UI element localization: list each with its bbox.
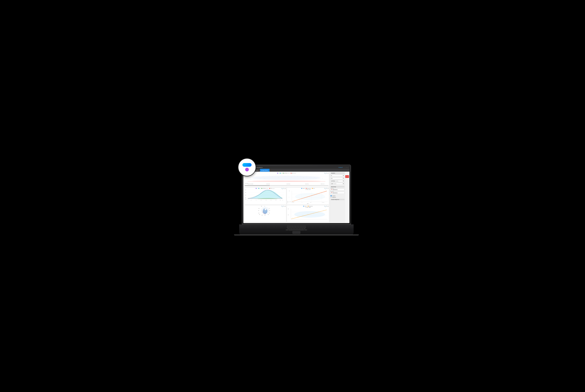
scatter-top-icons: 🔍 🔍 ⬇: [324, 188, 328, 189]
scatter-bottom-zoom-in[interactable]: 🔍: [324, 206, 326, 207]
svg-point-15: [288, 176, 288, 176]
scatter-legend-unity: Unity: [312, 188, 315, 189]
svg-text:7.5: 7.5: [256, 200, 257, 200]
svg-point-14: [282, 176, 282, 176]
variable-h-select[interactable]: H: [331, 175, 344, 176]
spacebar: [289, 230, 304, 230]
diurnal-download[interactable]: ⬇: [285, 188, 286, 189]
diurnal-zoom-in[interactable]: 🔍: [281, 188, 283, 189]
svg-point-130: [308, 214, 308, 214]
scatter-zoom-in[interactable]: 🔍: [324, 188, 326, 189]
key: [298, 226, 299, 226]
timeseries-chart-box: 🔍 🔍 ⬇ H LE: [244, 172, 329, 187]
daytime-checkbox[interactable]: [331, 195, 332, 196]
svg-text:4.5: 4.5: [251, 200, 252, 200]
touchpad[interactable]: [293, 231, 300, 234]
polar-download[interactable]: ⬇: [285, 206, 286, 207]
diurnal-legend-netrad: NETRAD_1_1_1: [261, 188, 268, 189]
scatter-bottom-download[interactable]: ⬇: [328, 206, 328, 207]
svg-text:100: 100: [245, 198, 246, 198]
svg-point-20: [322, 178, 322, 178]
polar-chart-icons: 🔍 🔍 ⬇: [281, 206, 286, 207]
key: [300, 227, 301, 228]
svg-text:90: 90: [269, 213, 270, 214]
svg-text:30: 30: [269, 208, 269, 209]
variable-shf-select[interactable]: SHF_1_1_1: [331, 183, 344, 185]
svg-text:300: 300: [245, 195, 246, 196]
sidebar-wrapper: Variables H LE NETRAD_1_1_1: [330, 172, 349, 223]
tab-bar: Data Visualization Toolbox Energy Balanc…: [243, 169, 349, 172]
diurnal-zoom-out[interactable]: 🔍: [283, 188, 284, 189]
svg-point-27: [322, 178, 322, 179]
title-bar: ··· Initial Screening · Energy Balance F…: [243, 166, 349, 169]
polar-zoom-in[interactable]: 🔍: [281, 206, 283, 207]
svg-text:584: 584: [288, 208, 289, 209]
scatter-top-chart-box: 🔍 🔍 ⬇ Scatter: [287, 187, 329, 205]
svg-text:400: 400: [288, 214, 289, 215]
timeseries-scrollbar[interactable]: [245, 185, 328, 186]
keyboard-row-2: [287, 227, 306, 228]
laptop-base: [234, 234, 359, 236]
svg-text:-100: -100: [245, 199, 246, 200]
svg-point-118: [262, 212, 263, 212]
download-icon[interactable]: ⬇: [328, 173, 328, 174]
laptop: ··· Initial Screening · Energy Balance F…: [242, 164, 351, 235]
diurnal-chart-icons: 🔍 🔍 ⬇: [281, 188, 286, 189]
start-date-value: 2013-01-01: [333, 189, 337, 190]
svg-point-84: [324, 192, 324, 192]
svg-point-36: [252, 180, 321, 182]
variable-le-select[interactable]: LE: [331, 178, 344, 179]
svg-text:240: 240: [258, 213, 259, 214]
key: [300, 226, 301, 226]
nighttime-checkbox[interactable]: [331, 197, 332, 198]
svg-text:24: 24: [282, 200, 283, 200]
scatter-bottom-legend: Scatter Regression: [287, 206, 328, 206]
key: [297, 226, 298, 226]
variable-netrad-select[interactable]: NETRAD_1_1_1: [331, 180, 344, 182]
key: [293, 226, 295, 226]
zoom-in-icon[interactable]: 🔍: [324, 173, 326, 174]
zoom-out-icon[interactable]: 🔍: [326, 173, 327, 174]
svg-point-83: [322, 193, 322, 193]
key: [293, 227, 295, 228]
maximize-button[interactable]: □: [346, 167, 347, 168]
svg-text:2013-03-06: 2013-03-06: [266, 184, 270, 184]
scatter-legend-scatter: Scatter: [301, 188, 305, 189]
key: [287, 228, 289, 229]
end-date-input[interactable]: 📅 2014-01-01: [331, 192, 344, 194]
screen: ··· Initial Screening · Energy Balance F…: [243, 166, 349, 223]
key: [294, 228, 295, 229]
svg-point-128: [298, 216, 298, 216]
svg-point-119: [264, 214, 264, 214]
scatter-download[interactable]: ⬇: [328, 188, 328, 189]
key: [296, 228, 297, 229]
scatter-bottom-zoom-out[interactable]: 🔍: [326, 206, 327, 207]
scatter-bottom-icons: 🔍 🔍 ⬇: [324, 206, 328, 207]
cancel-button[interactable]: Cancel: [345, 175, 349, 178]
diurnal-legend-le: LE: [258, 188, 260, 189]
end-date-value: 2014-01-01: [333, 192, 337, 193]
svg-text:150: 150: [265, 215, 266, 216]
timeseries-scrollbar-thumb[interactable]: [245, 185, 270, 186]
svg-point-129: [303, 215, 303, 215]
polar-zoom-out[interactable]: 🔍: [283, 206, 284, 207]
scatter-zoom-out[interactable]: 🔍: [326, 188, 327, 189]
svg-text:2013-09-12: 2013-09-12: [305, 184, 309, 184]
key: [287, 226, 288, 226]
svg-text:2013-01-01 00:00: 2013-01-01 00:00: [248, 184, 253, 184]
svg-point-133: [323, 210, 323, 210]
close-button[interactable]: ×: [347, 167, 348, 168]
diurnal-legend-shf: SHF_1_1_1: [269, 188, 274, 189]
tab-energy-balance[interactable]: Energy Balance: [260, 169, 270, 172]
key: [293, 228, 294, 229]
svg-text:16.5: 16.5: [271, 200, 272, 200]
minimize-button[interactable]: −: [344, 167, 345, 168]
start-date-input[interactable]: 📅 2013-01-01: [331, 189, 344, 190]
logo-dot: [245, 168, 249, 172]
scatter-top-svg: 500 0 -150.700 -110.800 0 400 711.700: [288, 190, 328, 203]
svg-point-131: [313, 213, 313, 213]
svg-point-35: [252, 176, 321, 180]
key: [287, 227, 288, 228]
feedback-button[interactable]: Feedback?: [338, 167, 343, 168]
svg-text:400: 400: [310, 202, 311, 203]
